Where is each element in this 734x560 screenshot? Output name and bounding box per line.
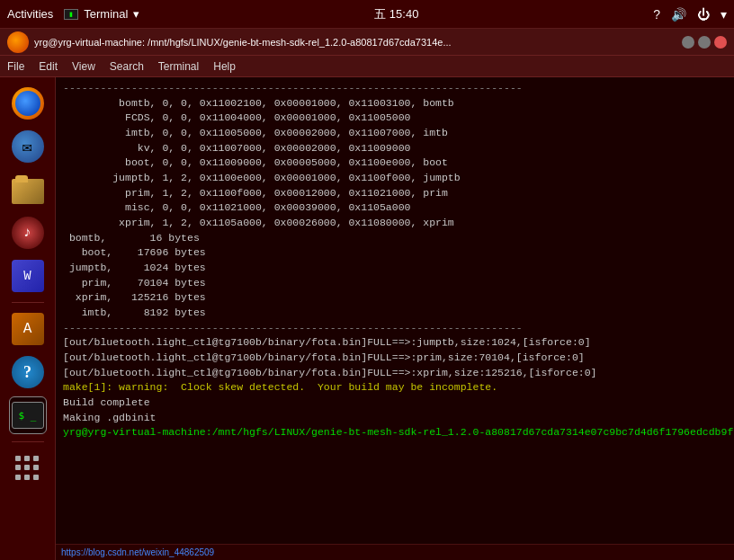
software-icon: A (12, 313, 44, 345)
line-misc: misc, 0, 0, 0x11021000, 0x00039000, 0x11… (63, 200, 727, 216)
menu-help[interactable]: Help (213, 60, 236, 73)
menu-file[interactable]: File (7, 60, 24, 73)
window-title: yrg@yrg-virtual-machine: /mnt/hgfs/LINUX… (34, 37, 682, 48)
line-jumptb-bytes: jumptb, 1024 bytes (63, 261, 727, 276)
terminal-area[interactable]: ----------------------------------------… (56, 77, 734, 560)
window-controls (682, 36, 727, 49)
maximize-button[interactable] (698, 36, 711, 49)
line-fota-prim: [out/bluetooth.light_ctl@tg7100b/binary/… (63, 351, 727, 366)
help-icon: ? (12, 356, 44, 388)
line-bomtb: bomtb, 0, 0, 0x11002100, 0x00001000, 0x1… (63, 96, 727, 111)
minimize-button[interactable] (682, 36, 694, 49)
system-bar-clock: 五 15:40 (374, 6, 418, 22)
system-bar: Activities ▮ Terminal ▾ 五 15:40 ? 🔊 ⏻ ▾ (0, 0, 734, 29)
system-bar-right: ? 🔊 ⏻ ▾ (653, 7, 727, 22)
line-xprim: xprim, 1, 2, 0x1105a000, 0x00026000, 0x1… (63, 216, 727, 231)
sidebar-item-rhythmbox[interactable]: ♪ (9, 214, 47, 252)
sidebar-item-software[interactable]: A (9, 310, 47, 348)
system-menu-arrow[interactable]: ▾ (721, 7, 727, 22)
libreoffice-icon: W (12, 260, 44, 292)
line-imtb-bytes: imtb, 8192 bytes (63, 306, 727, 321)
line-gdbinit: Making .gdbinit (63, 411, 727, 426)
line-boot: boot, 0, 0, 0x11009000, 0x00005000, 0x11… (63, 156, 727, 171)
line-build-complete: Build complete (63, 396, 727, 411)
status-bar: https://blog.csdn.net/weixin_44862509 (56, 544, 734, 560)
sidebar-divider-2 (12, 441, 44, 442)
main-layout: ✉ ♪ W A ? (0, 77, 734, 560)
line-imtb: imtb, 0, 0, 0x11005000, 0x00002000, 0x11… (63, 126, 727, 141)
system-bar-left: Activities ▮ Terminal ▾ (7, 7, 139, 21)
menu-bar: File Edit View Search Terminal Help (0, 56, 734, 77)
sidebar-item-libreoffice[interactable]: W (9, 257, 47, 295)
sidebar-item-firefox[interactable] (9, 84, 47, 122)
help-system-icon[interactable]: ? (653, 7, 660, 22)
line-fcds: FCDS, 0, 0, 0x11004000, 0x00001000, 0x11… (63, 111, 727, 126)
line-dashes-1: ----------------------------------------… (63, 81, 727, 96)
status-url: https://blog.csdn.net/weixin_44862509 (61, 547, 214, 557)
line-fota-xprim: [out/bluetooth.light_ctl@tg7100b/binary/… (63, 366, 727, 381)
line-boot-bytes: boot, 17696 bytes (63, 245, 727, 261)
line-prim-bytes: prim, 70104 bytes (63, 276, 727, 291)
terminal-taskbar-icon: ▮ (64, 9, 78, 20)
terminal-output: ----------------------------------------… (56, 77, 734, 544)
line-warning: make[1]: warning: Clock skew detected. Y… (63, 380, 727, 396)
sidebar-item-thunderbird[interactable]: ✉ (9, 128, 47, 165)
line-dashes-2: ----------------------------------------… (63, 321, 727, 336)
line-kv: kv, 0, 0, 0x11007000, 0x00002000, 0x1100… (63, 141, 727, 156)
menu-search[interactable]: Search (110, 60, 144, 73)
line-xprim-bytes: xprim, 125216 bytes (63, 290, 727, 306)
terminal-dropdown-arrow[interactable]: ▾ (133, 7, 139, 21)
terminal-indicator: ▮ Terminal ▾ (64, 7, 139, 21)
thunderbird-icon: ✉ (12, 130, 44, 163)
line-prompt: yrg@yrg-virtual-machine:/mnt/hgfs/LINUX/… (63, 425, 727, 440)
terminal-icon (12, 402, 44, 429)
sidebar-item-help[interactable]: ? (9, 353, 47, 391)
sidebar-item-apps[interactable] (9, 449, 47, 487)
apps-grid-icon (12, 452, 44, 484)
activities-button[interactable]: Activities (7, 7, 53, 21)
power-icon[interactable]: ⏻ (697, 7, 710, 22)
close-button[interactable] (714, 36, 727, 49)
line-jumptb: jumptb, 1, 2, 0x1100e000, 0x00001000, 0x… (63, 171, 727, 186)
sidebar-item-terminal[interactable] (9, 396, 47, 434)
terminal-taskbar-label: Terminal (84, 7, 128, 21)
line-fota-jumptb: [out/bluetooth.light_ctl@tg7100b/binary/… (63, 335, 727, 351)
menu-view[interactable]: View (72, 60, 95, 73)
volume-icon[interactable]: 🔊 (671, 7, 686, 22)
sidebar-divider (12, 302, 44, 303)
rhythmbox-icon: ♪ (12, 217, 44, 249)
sidebar: ✉ ♪ W A ? (0, 77, 56, 560)
firefox-icon (7, 31, 29, 53)
line-bomtb-bytes: bomtb, 16 bytes (63, 231, 727, 246)
line-prim: prim, 1, 2, 0x1100f000, 0x00012000, 0x11… (63, 186, 727, 201)
title-bar: yrg@yrg-virtual-machine: /mnt/hgfs/LINUX… (0, 29, 734, 56)
sidebar-item-files[interactable] (9, 171, 47, 209)
menu-edit[interactable]: Edit (39, 60, 58, 73)
files-icon (12, 175, 44, 204)
menu-terminal[interactable]: Terminal (158, 60, 199, 73)
